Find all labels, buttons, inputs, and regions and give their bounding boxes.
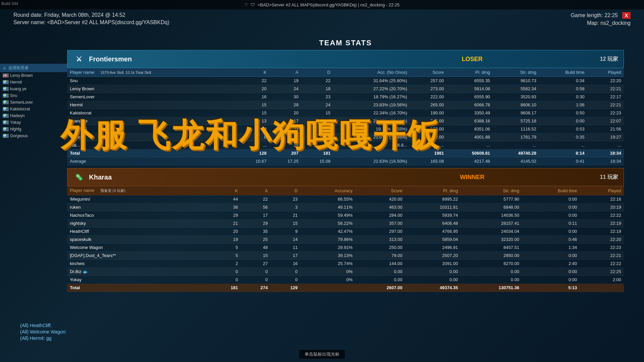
team2-header-row: Player name 预备室 (3 玩家) K A D Accuracy Sc… — [67, 186, 624, 195]
team1-header: ⚔ Frontiersmen LOSER 12 玩家 — [67, 50, 624, 68]
table-row: Hermit15292423.83% (19.56%)265.006066.78… — [67, 101, 624, 109]
player-name-cell: Welcome Wagon — [67, 244, 211, 252]
stat-cell: 3520.93 — [493, 93, 539, 101]
stat-cell: 22:20 — [580, 236, 624, 244]
stat-cell: 23.83% (19.56%) — [333, 101, 410, 109]
player-name-cell: Yokay — [67, 276, 211, 284]
stat-cell: 22:22 — [580, 211, 624, 219]
stat-cell: 21:56 — [587, 125, 624, 133]
heart-icon: ♡ — [244, 2, 248, 7]
stat-cell: 29 — [241, 219, 271, 227]
stat-cell: 22:21 — [587, 101, 624, 109]
skill-info: 1679 Ave Skill, 10.1k Total Skill — [100, 70, 151, 74]
stat-cell: 3350.49 — [447, 109, 493, 117]
stat-cell: 0:00 — [522, 276, 580, 284]
stat-cell: 22 — [237, 77, 269, 85]
stat-cell: 420.00 — [355, 195, 405, 203]
total-cell: 49740.28 — [493, 149, 539, 157]
sidebar-player-snu: 🌍 Snu — [0, 92, 67, 99]
stat-cell: 18 — [301, 85, 333, 93]
stat-cell: 0:35 — [539, 133, 587, 141]
stat-cell: 0:00 — [522, 227, 580, 236]
server-info: <BAD>Server #2 ALL MAPS(discord.gg/YASBK… — [258, 2, 400, 7]
stat-cell: 21 — [211, 219, 241, 227]
stat-cell: 44 — [211, 195, 241, 203]
stat-cell: 6388.16 — [447, 117, 493, 125]
col-pldmg: Pl. dmg — [405, 186, 460, 195]
sidebar-player-kuangye: 🌍 kuang ye — [0, 86, 67, 92]
flag-icon: 🌍 — [3, 120, 9, 124]
stat-cell: 2:00 — [580, 276, 624, 284]
stat-cell: 2091.00 — [405, 260, 460, 268]
stat-cell: 17 — [241, 211, 271, 219]
avg-cell: 18:34 — [587, 157, 624, 165]
player-name-cell: spaceskulk — [67, 236, 211, 244]
stat-cell: 5582.34 — [493, 85, 539, 93]
team2-table: Player name 预备室 (3 玩家) K A D Accuracy Sc… — [67, 186, 624, 292]
total-cell: 2607.00 — [355, 284, 405, 292]
avg-cell: 22.63% (16.50%) — [333, 157, 410, 165]
stat-cell: 1116.52 — [493, 125, 539, 133]
stat-cell: 0 — [241, 276, 271, 284]
col-a: A — [269, 68, 301, 77]
table-row: spaceskulk19251479.86%313.005859.0432320… — [67, 236, 624, 244]
team-stats-title: TEAM STATS — [67, 39, 624, 47]
stat-cell: 265.00 — [410, 101, 447, 109]
player-name: Kakistocrat — [10, 107, 30, 111]
header-left: Round date: Friday, March 08th, 2024 @ 1… — [13, 12, 169, 27]
total-cell: 129 — [271, 284, 301, 292]
stat-cell: 2850.00 — [461, 252, 522, 260]
stat-cell: 273.00 — [410, 85, 447, 93]
stat-cell: 15 — [271, 219, 301, 227]
stat-cell: 2 — [211, 260, 241, 268]
table-row: kircheis2271625.74%144.002091.008270.002… — [67, 260, 624, 268]
stat-cell: 22:19 — [580, 219, 624, 227]
stat-cell: 0:11 — [522, 219, 580, 227]
stat-cell: 144.00 — [355, 260, 405, 268]
col-acc: Accuracy — [300, 186, 355, 195]
stat-cell: 2507.20 — [405, 252, 460, 260]
chat-speaker-2: (All) Welcome Wagon: — [20, 329, 66, 334]
stat-cell: 9610.73 — [493, 77, 539, 85]
total-cell: 8:14 — [539, 149, 587, 157]
team1-status: LOSER — [344, 56, 600, 63]
stat-cell: 30 — [269, 93, 301, 101]
avg-cell: 17.25 — [269, 157, 301, 165]
stat-cell: 5814.08 — [447, 85, 493, 93]
close-button[interactable]: X — [622, 12, 631, 19]
col-score: Score — [355, 186, 405, 195]
stat-cell: 22:17 — [587, 93, 624, 101]
stat-cell: 58.22% — [300, 219, 355, 227]
stat-cell: 463.00 — [355, 203, 405, 211]
stat-cell: 48 — [241, 244, 271, 252]
stat-cell: 0 — [211, 276, 241, 284]
stat-cell: 4001.88 — [447, 133, 493, 141]
stat-cell: 0:00 — [522, 203, 580, 211]
player-name: Hadwyn — [10, 113, 25, 118]
stat-cell: 20 — [211, 227, 241, 236]
stat-cell: 11 — [271, 244, 301, 252]
stat-cell: 22:19 — [580, 227, 624, 236]
stat-cell: 0.00 — [405, 268, 460, 276]
stat-cell: 0 — [271, 276, 301, 284]
table-row: HeathCliff2035942.47%297.004766.9524034.… — [67, 227, 624, 236]
stat-cell: 5725.18 — [493, 117, 539, 125]
flag-icon: 🌍 — [3, 80, 9, 84]
flag-icon: 🇺🇸 — [3, 73, 9, 77]
player-name-cell: [DGAF].Dust_4_Tears** — [67, 252, 211, 260]
col-k: K — [211, 186, 241, 195]
table-row: Welcome Wagon5481129.91%250.002496.91845… — [67, 244, 624, 252]
table-row: Leroy Brown20241827.22% (20.70%)273.0058… — [67, 85, 624, 93]
total-cell: 5:13 — [522, 284, 580, 292]
stat-cell: 2496.91 — [405, 244, 460, 252]
col-played: Played — [580, 186, 624, 195]
stat-cell: 297.00 — [355, 227, 405, 236]
team2-player-count: 11 玩家 — [600, 174, 618, 181]
stat-cell: 0:46 — [522, 236, 580, 244]
player-name: Leroy Brown — [10, 73, 33, 78]
flag-icon: 🌍 — [3, 87, 9, 91]
stat-cell: 36 — [211, 203, 241, 211]
col-strdmg: Str. dmg — [461, 186, 522, 195]
stat-cell: 22:25 — [580, 268, 624, 276]
frontiersmen-icon: ⚔ — [73, 53, 85, 65]
